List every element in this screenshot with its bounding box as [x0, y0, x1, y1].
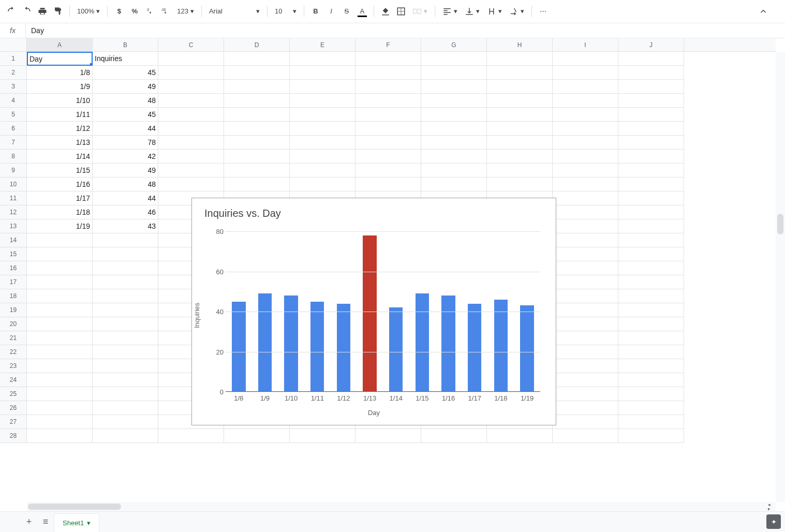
cell-B22[interactable] [93, 345, 158, 359]
cell-J13[interactable] [618, 219, 684, 233]
collapse-toolbar-button[interactable] [756, 4, 771, 19]
cell-I2[interactable] [553, 66, 618, 80]
cell-A14[interactable] [27, 233, 93, 247]
cell-D28[interactable] [224, 429, 290, 443]
horizontal-scrollbar[interactable] [27, 502, 762, 511]
cell-F1[interactable] [356, 52, 421, 66]
vertical-scrollbar[interactable] [776, 52, 785, 502]
cell-A7[interactable]: 1/13 [27, 136, 93, 150]
borders-button[interactable] [394, 4, 408, 19]
cell-G5[interactable] [421, 108, 487, 122]
cell-C4[interactable] [158, 94, 224, 108]
cell-J23[interactable] [618, 359, 684, 373]
row-header-22[interactable]: 22 [0, 345, 26, 359]
column-header-E[interactable]: E [290, 38, 356, 51]
cell-G6[interactable] [421, 122, 487, 136]
row-header-24[interactable]: 24 [0, 373, 26, 387]
cell-A6[interactable]: 1/12 [27, 122, 93, 136]
cell-H7[interactable] [487, 136, 553, 150]
chart-bar[interactable] [284, 295, 298, 392]
formula-input[interactable]: Day [26, 26, 785, 35]
cell-J28[interactable] [618, 429, 684, 443]
chart-bar[interactable] [258, 293, 272, 392]
cell-I27[interactable] [553, 415, 618, 429]
cell-A27[interactable] [27, 415, 93, 429]
cell-F9[interactable] [356, 164, 421, 178]
cell-E28[interactable] [290, 429, 356, 443]
row-header-2[interactable]: 2 [0, 66, 26, 80]
merge-cells-button[interactable]: ▾ [409, 4, 431, 19]
cell-I5[interactable] [553, 108, 618, 122]
cell-B27[interactable] [93, 415, 158, 429]
chart-bar[interactable] [363, 235, 376, 392]
cell-J5[interactable] [618, 108, 684, 122]
cell-J10[interactable] [618, 178, 684, 191]
cell-H1[interactable] [487, 52, 553, 66]
cell-I17[interactable] [553, 275, 618, 289]
cell-I3[interactable] [553, 80, 618, 94]
format-percent-button[interactable]: % [127, 4, 142, 19]
horizontal-align-button[interactable]: ▾ [439, 4, 461, 19]
chart-bar[interactable] [416, 293, 429, 392]
cell-J9[interactable] [618, 164, 684, 178]
cell-B1[interactable]: Inquiries [93, 52, 158, 66]
cell-A20[interactable] [27, 317, 93, 331]
cell-A12[interactable]: 1/18 [27, 205, 93, 219]
cell-J24[interactable] [618, 373, 684, 387]
cell-I21[interactable] [553, 331, 618, 345]
explore-button[interactable]: ✦ [766, 514, 781, 529]
cell-G7[interactable] [421, 136, 487, 150]
sheet-tab[interactable]: Sheet1▾ [54, 513, 99, 532]
cell-H28[interactable] [487, 429, 553, 443]
text-color-button[interactable]: A [355, 4, 369, 19]
cell-B14[interactable] [93, 233, 158, 247]
row-header-13[interactable]: 13 [0, 219, 26, 233]
cell-J18[interactable] [618, 289, 684, 303]
cell-A21[interactable] [27, 331, 93, 345]
text-wrap-button[interactable]: ▾ [484, 4, 505, 19]
cell-B26[interactable] [93, 401, 158, 415]
cell-I9[interactable] [553, 164, 618, 178]
cell-A24[interactable] [27, 373, 93, 387]
cell-B4[interactable]: 48 [93, 94, 158, 108]
cell-H8[interactable] [487, 150, 553, 164]
column-header-A[interactable]: A [27, 38, 93, 51]
cell-B12[interactable]: 46 [93, 205, 158, 219]
cell-J8[interactable] [618, 150, 684, 164]
cell-D4[interactable] [224, 94, 290, 108]
cell-C8[interactable] [158, 150, 224, 164]
column-header-F[interactable]: F [356, 38, 421, 51]
cell-B25[interactable] [93, 387, 158, 401]
cell-D5[interactable] [224, 108, 290, 122]
cell-H9[interactable] [487, 164, 553, 178]
cell-I16[interactable] [553, 261, 618, 275]
cell-F8[interactable] [356, 150, 421, 164]
scroll-arrows[interactable]: ◂▸ [762, 502, 776, 511]
column-header-I[interactable]: I [553, 38, 618, 51]
cell-I12[interactable] [553, 205, 618, 219]
cell-J2[interactable] [618, 66, 684, 80]
cell-J11[interactable] [618, 191, 684, 205]
column-header-D[interactable]: D [224, 38, 290, 51]
cell-E5[interactable] [290, 108, 356, 122]
cell-B15[interactable] [93, 247, 158, 261]
cell-I11[interactable] [553, 191, 618, 205]
sheet-tab-menu-icon[interactable]: ▾ [87, 519, 91, 527]
row-header-17[interactable]: 17 [0, 275, 26, 289]
row-header-5[interactable]: 5 [0, 108, 26, 122]
chart-bar[interactable] [389, 307, 403, 392]
row-header-25[interactable]: 25 [0, 387, 26, 401]
paint-format-button[interactable] [51, 4, 65, 19]
chart-bar[interactable] [337, 304, 350, 392]
cell-H6[interactable] [487, 122, 553, 136]
cell-I4[interactable] [553, 94, 618, 108]
cell-A3[interactable]: 1/9 [27, 80, 93, 94]
cell-I6[interactable] [553, 122, 618, 136]
row-header-12[interactable]: 12 [0, 205, 26, 219]
cell-C6[interactable] [158, 122, 224, 136]
cell-B24[interactable] [93, 373, 158, 387]
cell-A25[interactable] [27, 387, 93, 401]
cell-I26[interactable] [553, 401, 618, 415]
cell-B10[interactable]: 48 [93, 178, 158, 191]
cell-A9[interactable]: 1/15 [27, 164, 93, 178]
